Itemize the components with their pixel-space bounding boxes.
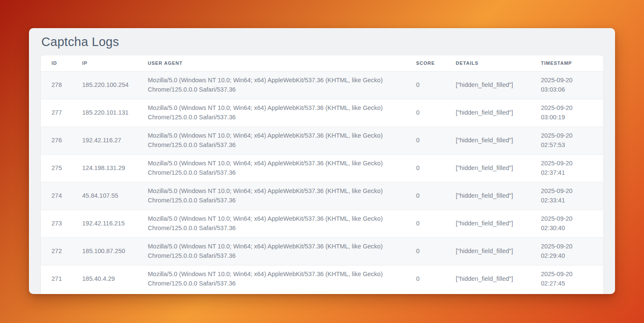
- timestamp-value: 2025-09-20 02:57:53: [541, 131, 589, 150]
- cell-score: 0: [405, 182, 445, 210]
- table-header-row: ID IP USER AGENT SCORE DETAILS TIMESTAMP: [41, 55, 603, 71]
- cell-timestamp: 2025-09-20 02:33:41: [530, 182, 603, 210]
- cell-score: 0: [405, 71, 445, 99]
- table-body: 278 185.220.100.254 Mozilla/5.0 (Windows…: [41, 71, 603, 293]
- column-header-ip: IP: [72, 55, 137, 71]
- table-row: 273 192.42.116.215 Mozilla/5.0 (Windows …: [41, 210, 603, 237]
- timestamp-value: 2025-09-20 02:29:40: [541, 242, 589, 260]
- cell-ip: 185.220.101.131: [72, 99, 137, 127]
- cell-id: 277: [41, 99, 72, 127]
- cell-timestamp: 2025-09-20 03:00:19: [530, 99, 603, 127]
- table-row: 275 124.198.131.29 Mozilla/5.0 (Windows …: [41, 154, 603, 182]
- table-row: 271 185.40.4.29 Mozilla/5.0 (Windows NT …: [41, 265, 603, 293]
- timestamp-value: 2025-09-20 03:00:19: [541, 104, 589, 122]
- cell-details: ["hidden_field_filled"]: [445, 99, 530, 127]
- cell-ip: 185.40.4.29: [72, 265, 137, 293]
- cell-ip: 192.42.116.215: [72, 210, 137, 237]
- cell-details: ["hidden_field_filled"]: [445, 210, 530, 237]
- timestamp-value: 2025-09-20 02:37:41: [541, 159, 589, 177]
- cell-id: 276: [41, 127, 72, 154]
- cell-score: 0: [405, 99, 445, 127]
- cell-id: 275: [41, 154, 72, 182]
- cell-timestamp: 2025-09-20 02:29:40: [530, 237, 603, 265]
- cell-id: 271: [41, 265, 72, 293]
- cell-timestamp: 2025-09-20 02:27:45: [530, 265, 603, 293]
- cell-ip: 185.100.87.250: [72, 237, 137, 265]
- table-row: 277 185.220.101.131 Mozilla/5.0 (Windows…: [41, 99, 603, 127]
- cell-user-agent: Mozilla/5.0 (Windows NT 10.0; Win64; x64…: [137, 210, 405, 237]
- cell-user-agent: Mozilla/5.0 (Windows NT 10.0; Win64; x64…: [137, 237, 405, 265]
- cell-timestamp: 2025-09-20 03:03:06: [530, 71, 603, 99]
- cell-user-agent: Mozilla/5.0 (Windows NT 10.0; Win64; x64…: [137, 265, 405, 293]
- timestamp-value: 2025-09-20 02:27:45: [541, 270, 589, 288]
- cell-score: 0: [405, 127, 445, 154]
- cell-ip: 124.198.131.29: [72, 154, 137, 182]
- timestamp-value: 2025-09-20 02:33:41: [541, 187, 589, 205]
- cell-details: ["hidden_field_filled"]: [445, 182, 530, 210]
- cell-details: ["hidden_field_filled"]: [445, 71, 530, 99]
- column-header-id: ID: [41, 55, 72, 71]
- cell-user-agent: Mozilla/5.0 (Windows NT 10.0; Win64; x64…: [137, 71, 405, 99]
- cell-details: ["hidden_field_filled"]: [445, 237, 530, 265]
- timestamp-value: 2025-09-20 03:03:06: [541, 76, 589, 94]
- column-header-user-agent: USER AGENT: [137, 55, 405, 71]
- cell-user-agent: Mozilla/5.0 (Windows NT 10.0; Win64; x64…: [137, 154, 405, 182]
- cell-user-agent: Mozilla/5.0 (Windows NT 10.0; Win64; x64…: [137, 182, 405, 210]
- cell-score: 0: [405, 154, 445, 182]
- cell-id: 273: [41, 210, 72, 237]
- column-header-timestamp: TIMESTAMP: [530, 55, 603, 71]
- cell-details: ["hidden_field_filled"]: [445, 127, 530, 154]
- cell-id: 272: [41, 237, 72, 265]
- captcha-logs-table: ID IP USER AGENT SCORE DETAILS TIMESTAMP…: [41, 55, 603, 293]
- timestamp-value: 2025-09-20 02:30:40: [541, 214, 589, 233]
- column-header-score: SCORE: [405, 55, 445, 71]
- cell-score: 0: [405, 265, 445, 293]
- cell-ip: 185.220.100.254: [72, 71, 137, 99]
- cell-user-agent: Mozilla/5.0 (Windows NT 10.0; Win64; x64…: [137, 99, 405, 127]
- cell-score: 0: [405, 237, 445, 265]
- cell-score: 0: [405, 210, 445, 237]
- cell-timestamp: 2025-09-20 02:30:40: [530, 210, 603, 237]
- cell-ip: 45.84.107.55: [72, 182, 137, 210]
- cell-id: 278: [41, 71, 72, 99]
- page-title: Captcha Logs: [41, 35, 603, 49]
- captcha-logs-table-container: ID IP USER AGENT SCORE DETAILS TIMESTAMP…: [41, 55, 603, 294]
- captcha-logs-card: Captcha Logs ID IP USER AGENT SCORE DETA…: [29, 28, 615, 294]
- cell-timestamp: 2025-09-20 02:37:41: [530, 154, 603, 182]
- table-row: 278 185.220.100.254 Mozilla/5.0 (Windows…: [41, 71, 603, 99]
- cell-ip: 192.42.116.27: [72, 127, 137, 154]
- cell-details: ["hidden_field_filled"]: [445, 154, 530, 182]
- cell-details: ["hidden_field_filled"]: [445, 265, 530, 293]
- column-header-details: DETAILS: [445, 55, 530, 71]
- table-row: 276 192.42.116.27 Mozilla/5.0 (Windows N…: [41, 127, 603, 154]
- table-row: 272 185.100.87.250 Mozilla/5.0 (Windows …: [41, 237, 603, 265]
- cell-timestamp: 2025-09-20 02:57:53: [530, 127, 603, 154]
- cell-id: 274: [41, 182, 72, 210]
- table-row: 274 45.84.107.55 Mozilla/5.0 (Windows NT…: [41, 182, 603, 210]
- table-header: ID IP USER AGENT SCORE DETAILS TIMESTAMP: [41, 55, 603, 71]
- cell-user-agent: Mozilla/5.0 (Windows NT 10.0; Win64; x64…: [137, 127, 405, 154]
